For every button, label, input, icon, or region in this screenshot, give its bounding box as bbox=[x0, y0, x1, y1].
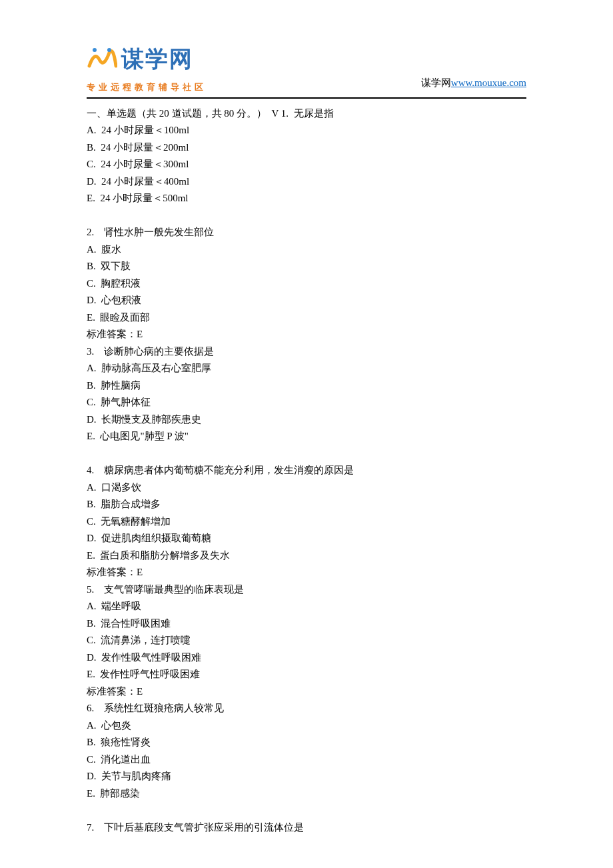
q3-option-b: B. 肺性脑病 bbox=[87, 377, 526, 395]
header-divider bbox=[87, 97, 526, 99]
q2-option-a: A. 腹水 bbox=[87, 241, 526, 259]
q5-option-b: B. 混合性呼吸困难 bbox=[87, 615, 526, 633]
q5-option-e: E. 发作性呼气性呼吸困难 bbox=[87, 666, 526, 683]
q7-stem: 7. 下叶后基底段支气管扩张应采用的引流体位是 bbox=[87, 819, 526, 837]
q1-option-b: B. 24 小时尿量＜200ml bbox=[87, 139, 526, 157]
q2-option-b: B. 双下肢 bbox=[87, 258, 526, 275]
q4-option-e: E. 蛋白质和脂肪分解增多及失水 bbox=[87, 547, 526, 565]
q6-option-c: C. 消化道出血 bbox=[87, 751, 526, 769]
q5-option-a: A. 端坐呼吸 bbox=[87, 598, 526, 615]
page-header: 谋学网 专业远程教育辅导社区 谋学网www.mouxue.com bbox=[87, 40, 526, 95]
q4-option-b: B. 脂肪合成增多 bbox=[87, 496, 526, 513]
q1-option-d: D. 24 小时尿量＜400ml bbox=[87, 173, 526, 191]
q3-stem: 3. 诊断肺心病的主要依据是 bbox=[87, 343, 526, 361]
q2-stem: 2. 肾性水肿一般先发生部位 bbox=[87, 224, 526, 241]
q3-option-e: E. 心电图见"肺型 P 波" bbox=[87, 428, 526, 445]
logo-block: 谋学网 专业远程教育辅导社区 bbox=[87, 40, 207, 95]
q1-option-e: E. 24 小时尿量＜500ml bbox=[87, 190, 526, 207]
svg-point-0 bbox=[93, 48, 97, 52]
logo-subtitle: 专业远程教育辅导社区 bbox=[87, 80, 207, 95]
q3-option-c: C. 肺气肿体征 bbox=[87, 394, 526, 411]
q4-answer: 标准答案：E bbox=[87, 564, 526, 581]
q1-option-c: C. 24 小时尿量＜300ml bbox=[87, 156, 526, 173]
q4-option-c: C. 无氧糖酵解增加 bbox=[87, 513, 526, 531]
q6-stem: 6. 系统性红斑狼疮病人较常见 bbox=[87, 700, 526, 717]
q5-option-c: C. 流清鼻涕，连打喷嚏 bbox=[87, 632, 526, 649]
q3-option-d: D. 长期慢支及肺部疾患史 bbox=[87, 411, 526, 429]
q6-option-d: D. 关节与肌肉疼痛 bbox=[87, 768, 526, 785]
q6-option-e: E. 肺部感染 bbox=[87, 785, 526, 803]
section-header: 一、单选题（共 20 道试题，共 80 分。） V 1. 无尿是指 bbox=[87, 105, 526, 123]
document-content: 一、单选题（共 20 道试题，共 80 分。） V 1. 无尿是指 A. 24 … bbox=[87, 105, 526, 837]
q4-stem: 4. 糖尿病患者体内葡萄糖不能充分利用，发生消瘦的原因是 bbox=[87, 462, 526, 479]
q2-option-d: D. 心包积液 bbox=[87, 292, 526, 309]
q2-answer: 标准答案：E bbox=[87, 326, 526, 343]
q6-option-b: B. 狼疮性肾炎 bbox=[87, 734, 526, 751]
q2-option-e: E. 眼睑及面部 bbox=[87, 309, 526, 327]
q5-answer: 标准答案：E bbox=[87, 683, 526, 701]
svg-point-1 bbox=[107, 48, 111, 52]
q5-option-d: D. 发作性吸气性呼吸困难 bbox=[87, 649, 526, 667]
logo-top: 谋学网 bbox=[87, 40, 193, 79]
q3-option-a: A. 肺动脉高压及右心室肥厚 bbox=[87, 360, 526, 377]
site-label: 谋学网 bbox=[421, 77, 451, 88]
logo-icon bbox=[87, 43, 117, 76]
header-site-link: 谋学网www.mouxue.com bbox=[421, 75, 526, 95]
site-url-link[interactable]: www.mouxue.com bbox=[451, 77, 526, 88]
q6-option-a: A. 心包炎 bbox=[87, 717, 526, 735]
q2-option-c: C. 胸腔积液 bbox=[87, 275, 526, 293]
logo-text: 谋学网 bbox=[121, 40, 193, 79]
q1-option-a: A. 24 小时尿量＜100ml bbox=[87, 122, 526, 139]
q5-stem: 5. 支气管哮喘最典型的临床表现是 bbox=[87, 581, 526, 599]
q4-option-a: A. 口渴多饮 bbox=[87, 479, 526, 497]
q4-option-d: D. 促进肌肉组织摄取葡萄糖 bbox=[87, 530, 526, 547]
